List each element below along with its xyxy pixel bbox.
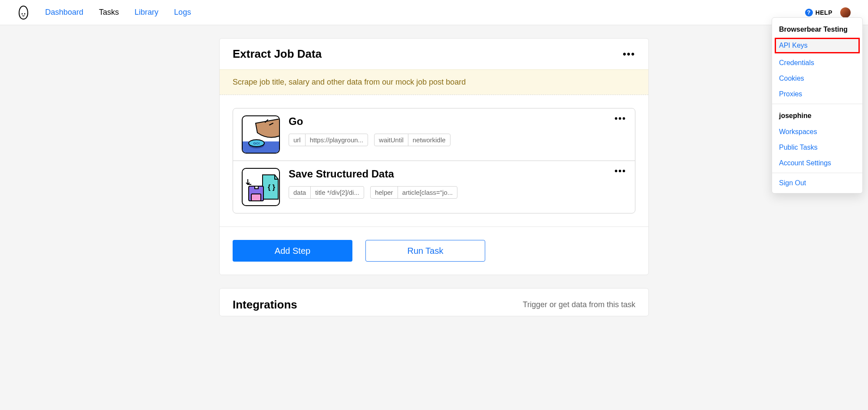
account-dropdown: Browserbear Testing API Keys Credentials…: [772, 17, 863, 194]
svg-point-0: [22, 13, 23, 14]
dropdown-item-proxies[interactable]: Proxies: [772, 86, 862, 102]
svg-text:GO!: GO!: [253, 141, 260, 145]
task-card-header: Extract Job Data •••: [220, 39, 648, 69]
integrations-card: Integrations Trigger or get data from th…: [219, 288, 649, 316]
task-actions: Add Step Run Task: [220, 226, 648, 275]
step-save-title: Save Structured Data: [289, 168, 626, 180]
badge-url-key: url: [289, 134, 306, 146]
topbar: Dashboard Tasks Library Logs ? HELP Brow…: [0, 0, 868, 25]
integrations-title: Integrations: [233, 298, 297, 312]
nav-logs[interactable]: Logs: [174, 8, 191, 17]
avatar[interactable]: [840, 7, 851, 18]
svg-text:{ }: { }: [268, 184, 275, 191]
badge-data-key: data: [289, 187, 311, 198]
badge-waituntil: waitUntil networkidle: [374, 134, 450, 146]
step-go-title: Go: [289, 115, 626, 128]
badge-data-value: title */div[2]/di...: [311, 187, 364, 198]
task-title: Extract Job Data: [233, 47, 322, 61]
step-go-body: ••• Go url https://playgroun... waitUnti…: [289, 115, 626, 146]
step-save-icon: { }: [242, 168, 280, 206]
task-more-icon[interactable]: •••: [623, 49, 635, 59]
svg-point-1: [24, 13, 26, 14]
badge-waituntil-value: networkidle: [408, 134, 450, 146]
logo: [17, 5, 30, 20]
badge-data: data title */div[2]/di...: [289, 186, 364, 199]
dropdown-section-workspace: Browserbear Testing API Keys Credentials…: [772, 18, 862, 104]
integrations-subtitle: Trigger or get data from this task: [523, 300, 635, 309]
help-label: HELP: [815, 9, 832, 16]
badge-helper-key: helper: [371, 187, 398, 198]
badge-waituntil-key: waitUntil: [375, 134, 408, 146]
help-button[interactable]: ? HELP: [805, 9, 832, 16]
badge-helper-value: article[class="jo...: [398, 187, 457, 198]
nav-library[interactable]: Library: [135, 8, 158, 17]
task-description: Scrape job title, salary and other data …: [220, 69, 648, 95]
dropdown-signout-section: Sign Out: [772, 173, 862, 193]
badge-url-value: https://playgroun...: [306, 134, 368, 146]
dropdown-user-title: josephine: [772, 110, 862, 124]
main-nav: Dashboard Tasks Library Logs: [45, 8, 191, 17]
dropdown-item-credentials[interactable]: Credentials: [772, 55, 862, 71]
step-go-badges: url https://playgroun... waitUntil netwo…: [289, 134, 626, 146]
nav-dashboard[interactable]: Dashboard: [45, 8, 83, 17]
step-go[interactable]: GO! ••• Go url https://playgroun...: [233, 108, 635, 161]
dropdown-item-public-tasks[interactable]: Public Tasks: [772, 140, 862, 155]
add-step-button[interactable]: Add Step: [233, 240, 352, 262]
integrations-header: Integrations Trigger or get data from th…: [220, 289, 648, 316]
svg-rect-8: [251, 194, 261, 201]
step-go-icon: GO!: [242, 115, 280, 154]
dropdown-item-account-settings[interactable]: Account Settings: [772, 155, 862, 171]
dropdown-item-cookies[interactable]: Cookies: [772, 71, 862, 86]
dropdown-section-user: josephine Workspaces Public Tasks Accoun…: [772, 104, 862, 173]
step-save-more-icon[interactable]: •••: [615, 166, 626, 176]
steps-list: GO! ••• Go url https://playgroun...: [220, 95, 648, 226]
dropdown-item-sign-out[interactable]: Sign Out: [772, 173, 862, 193]
dropdown-workspace-title: Browserbear Testing: [772, 24, 862, 38]
step-go-more-icon[interactable]: •••: [615, 114, 626, 124]
badge-url: url https://playgroun...: [289, 134, 368, 146]
task-card: Extract Job Data ••• Scrape job title, s…: [219, 38, 649, 275]
step-save-structured-data[interactable]: { } ••• Save Structured Data data: [233, 161, 635, 213]
topbar-right: ? HELP: [805, 7, 851, 18]
help-icon: ?: [805, 9, 813, 16]
run-task-button[interactable]: Run Task: [365, 240, 485, 262]
badge-helper: helper article[class="jo...: [370, 186, 457, 199]
dropdown-item-api-keys[interactable]: API Keys: [775, 38, 860, 53]
step-save-badges: data title */div[2]/di... helper article…: [289, 186, 626, 199]
nav-tasks[interactable]: Tasks: [99, 8, 119, 17]
step-save-body: ••• Save Structured Data data title */di…: [289, 168, 626, 199]
svg-rect-9: [255, 186, 258, 189]
dropdown-item-workspaces[interactable]: Workspaces: [772, 124, 862, 140]
page-container: Extract Job Data ••• Scrape job title, s…: [219, 38, 649, 316]
